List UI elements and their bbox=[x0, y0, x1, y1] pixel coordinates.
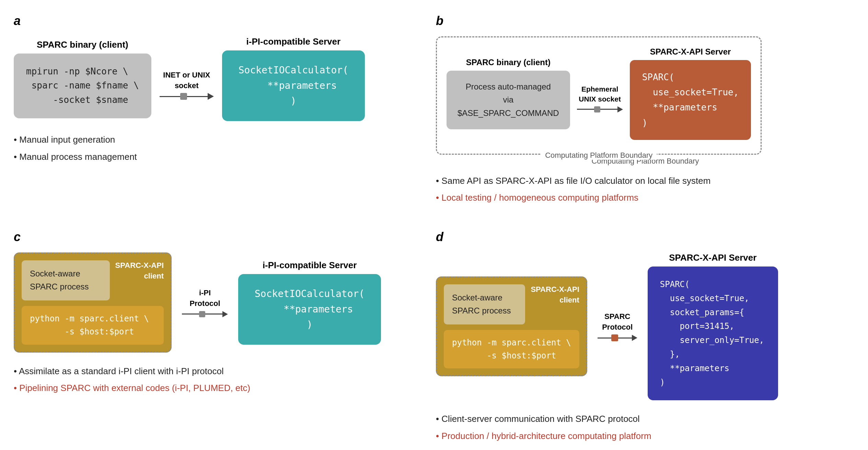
socket-b bbox=[594, 106, 600, 113]
panel-a-bullets: • Manual input generation • Manual proce… bbox=[14, 131, 419, 165]
arrow-b-head bbox=[617, 106, 623, 113]
panel-d: d Socket-awareSPARC process SPARC-X-APIc… bbox=[436, 230, 855, 442]
panel-c-inner-box: Socket-awareSPARC process bbox=[22, 260, 110, 300]
panel-d-server-box: SPARC( use_socket=True, socket_params={ … bbox=[648, 267, 778, 400]
panel-c-server-box: SocketIOCalculator( **parameters ) bbox=[238, 274, 381, 345]
arrow-c-right bbox=[205, 313, 222, 315]
panel-c-arrow bbox=[182, 311, 228, 317]
panel-d-gold-top: Socket-awareSPARC process SPARC-X-APIcli… bbox=[444, 284, 579, 324]
panel-b-bullet-2: • Local testing / homogeneous computing … bbox=[436, 189, 855, 206]
panel-b-server-container: SPARC-X-API Server SPARC( use_socket=Tru… bbox=[630, 47, 751, 140]
panel-c-bullets: • Assimilate as a standard i-PI client w… bbox=[14, 363, 426, 397]
arrow-d-left bbox=[598, 338, 611, 339]
panel-c-gold-box: Socket-awareSPARC process SPARC-X-APIcli… bbox=[14, 252, 172, 353]
panel-d-bullet-1: • Client-server communication with SPARC… bbox=[436, 411, 855, 427]
panel-b-connector-label: EphemeralUNIX socket bbox=[579, 84, 621, 104]
panel-b-dashed-container: SPARC binary (client) Process auto-manag… bbox=[436, 36, 762, 155]
panel-d-bullet-2: • Production / hybrid-architecture compu… bbox=[436, 428, 855, 445]
panel-d-arrow bbox=[598, 334, 637, 341]
panel-d-server-container: SPARC-X-API Server SPARC( use_socket=Tru… bbox=[648, 252, 778, 400]
panel-b-server-box: SPARC( use_socket=True, **parameters ) bbox=[630, 60, 751, 140]
arrow-head bbox=[208, 93, 214, 100]
panel-d-gold-box: Socket-awareSPARC process SPARC-X-APIcli… bbox=[436, 276, 587, 377]
panel-b-arrow bbox=[577, 106, 623, 113]
panel-a-connector-label: INET or UNIXsocket bbox=[163, 70, 210, 91]
panel-d-label: d bbox=[436, 230, 855, 244]
panel-d-bullets: • Client-server communication with SPARC… bbox=[436, 411, 855, 445]
panel-a-client-box: mpirun -np $Ncore \ sparc -name $fname \… bbox=[14, 54, 151, 118]
arrow-d-right bbox=[618, 338, 632, 339]
panel-d-inner-box: Socket-awareSPARC process bbox=[444, 284, 525, 324]
arrow-body-right bbox=[187, 96, 208, 97]
panel-b-bullets: • Same API as SPARC-X-API as file I/O ca… bbox=[436, 173, 855, 206]
panel-d-client-title: SPARC-X-APIclient bbox=[531, 284, 579, 306]
panel-a-connector: INET or UNIXsocket bbox=[160, 70, 214, 100]
panel-a: a SPARC binary (client) mpirun -np $Ncor… bbox=[14, 14, 419, 226]
panel-b-server-title: SPARC-X-API Server bbox=[650, 47, 731, 57]
panel-c-diagram: Socket-awareSPARC process SPARC-X-APIcli… bbox=[14, 252, 426, 353]
panel-a-arrow bbox=[160, 93, 214, 100]
panel-b-bullet-1: • Same API as SPARC-X-API as file I/O ca… bbox=[436, 173, 855, 189]
panel-c-connector: i-PIProtocol bbox=[182, 288, 228, 317]
panel-c-server-title: i-PI-compatible Server bbox=[263, 260, 357, 271]
arrow-b-left bbox=[577, 109, 594, 110]
panel-c-gold-top: Socket-awareSPARC process SPARC-X-APIcli… bbox=[22, 260, 164, 300]
panel-a-server-box: SocketIOCalculator( **parameters ) bbox=[222, 50, 365, 121]
arrow-c-head bbox=[222, 311, 228, 317]
arrow-d-head bbox=[632, 335, 637, 341]
panel-a-bullet-2: • Manual process management bbox=[14, 149, 419, 165]
panel-a-server-title: i-PI-compatible Server bbox=[246, 36, 341, 47]
socket-c bbox=[199, 311, 205, 317]
panel-a-client-container: SPARC binary (client) mpirun -np $Ncore … bbox=[14, 39, 151, 118]
panel-a-bullet-1: • Manual input generation bbox=[14, 131, 419, 148]
arrow-body-left bbox=[160, 96, 180, 97]
panel-b-platform-label: Computating Platform Boundary bbox=[541, 151, 657, 160]
panel-c-bullet-2: • Pipelining SPARC with external codes (… bbox=[14, 380, 426, 396]
arrow-b-right bbox=[600, 109, 617, 110]
panel-c-label: c bbox=[14, 230, 426, 244]
panel-c-client-title: SPARC-X-APIclient bbox=[115, 260, 164, 282]
arrow-c-left bbox=[182, 313, 199, 315]
panel-b: b SPARC binary (client) Process auto-man… bbox=[436, 14, 855, 247]
panel-c: c Socket-awareSPARC process SPARC-X-APIc… bbox=[14, 230, 426, 442]
panel-c-cmd: python -m sparc.client \ -s $host:$port bbox=[22, 306, 164, 345]
socket-d bbox=[611, 334, 618, 341]
panel-d-connector: SPARCProtocol bbox=[598, 311, 637, 342]
panel-a-diagram: SPARC binary (client) mpirun -np $Ncore … bbox=[14, 36, 419, 121]
panel-b-client-box: Process auto-managedvia$ASE_SPARC_COMMAN… bbox=[447, 71, 570, 129]
panel-d-diagram: Socket-awareSPARC process SPARC-X-APIcli… bbox=[436, 252, 855, 400]
panel-b-connector: EphemeralUNIX socket bbox=[577, 84, 623, 113]
panel-d-cmd: python -m sparc.client \ -s $host:$port bbox=[444, 330, 579, 369]
panel-c-connector-label: i-PIProtocol bbox=[189, 288, 220, 309]
panel-d-server-title: SPARC-X-API Server bbox=[669, 252, 756, 263]
panel-b-client-container: SPARC binary (client) Process auto-manag… bbox=[447, 58, 570, 129]
panel-b-client-title: SPARC binary (client) bbox=[466, 58, 551, 67]
panel-c-bullet-1: • Assimilate as a standard i-PI client w… bbox=[14, 363, 426, 380]
panel-a-client-title: SPARC binary (client) bbox=[37, 39, 128, 50]
socket-connector bbox=[180, 93, 187, 100]
panel-a-label: a bbox=[14, 14, 419, 28]
panel-b-label: b bbox=[436, 14, 855, 28]
panel-a-server-container: i-PI-compatible Server SocketIOCalculato… bbox=[222, 36, 365, 121]
panel-c-server-container: i-PI-compatible Server SocketIOCalculato… bbox=[238, 260, 381, 345]
panel-d-connector-label: SPARCProtocol bbox=[602, 311, 633, 333]
